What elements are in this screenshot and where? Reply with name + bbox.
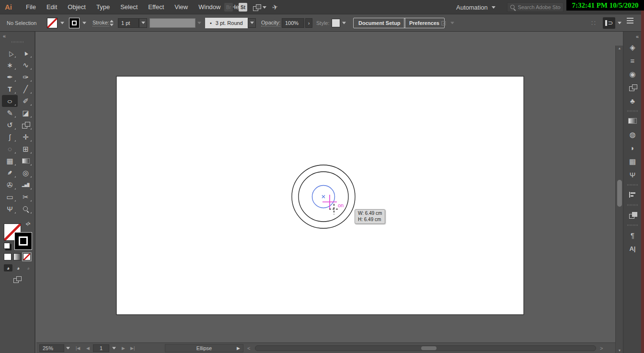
eyedropper-tool[interactable]: ✒ (2, 167, 18, 179)
rocket-icon[interactable]: ✈ (271, 3, 278, 12)
lasso-tool[interactable]: ∿ (18, 59, 34, 71)
shaper-tool[interactable]: ʃ (2, 131, 18, 143)
stock-search-field[interactable]: Search Adobe Stock (507, 2, 564, 12)
document-setup-button[interactable]: Document Setup (353, 18, 405, 28)
vertical-scrollbar[interactable]: ▲ ▼ (615, 46, 623, 353)
opacity-more-button[interactable]: › (305, 18, 312, 28)
panel-grip[interactable] (12, 41, 24, 43)
brush-definition-field[interactable]: • 3 pt. Round (205, 18, 248, 28)
pen-tool[interactable]: ✒ (2, 71, 18, 83)
draw-behind-button[interactable]: ◕ (14, 264, 23, 271)
scroll-down-icon[interactable]: ▼ (616, 349, 623, 352)
last-artboard-button[interactable]: ▶| (130, 346, 135, 351)
chevron-down-icon[interactable] (82, 22, 86, 24)
menu-item-effect[interactable]: Effect (143, 3, 169, 11)
hand-panel-icon[interactable]: Ψ (623, 168, 642, 181)
draw-inside-button[interactable]: ◕ (24, 264, 33, 271)
slice-tool[interactable]: ✂ (18, 191, 34, 203)
scroll-right-icon[interactable]: > (600, 345, 603, 351)
scroll-left-icon[interactable]: < (247, 345, 250, 351)
preferences-button[interactable]: Preferences (404, 18, 445, 28)
line-segment-tool[interactable]: ╱ (18, 83, 34, 95)
app-logo-icon[interactable]: Ai (5, 3, 12, 11)
scale-tool[interactable] (18, 119, 34, 131)
gradient-button[interactable] (13, 253, 21, 260)
stroke-weight-dropdown[interactable] (139, 18, 147, 28)
symbol-sprayer-tool[interactable]: ✇ (2, 179, 18, 191)
fill-swatch[interactable] (47, 18, 58, 28)
artboards-panel-icon[interactable] (623, 81, 642, 94)
prev-artboard-button[interactable]: ◀ (86, 346, 90, 351)
gradient-panel-icon[interactable] (623, 114, 642, 128)
horizontal-scrollbar[interactable] (255, 345, 596, 351)
shape-builder-tool[interactable]: ◌ (2, 143, 18, 155)
stroke-weight-field[interactable]: 1 pt (118, 18, 139, 28)
menu-item-type[interactable]: Type (91, 3, 115, 11)
character-panel-icon[interactable]: A| (623, 242, 642, 255)
workspace-switcher[interactable]: Automation (456, 0, 495, 14)
screen-mode-button[interactable] (13, 276, 21, 282)
stroke-label[interactable]: Stroke: (92, 20, 109, 26)
draw-normal-button[interactable]: ◕ (4, 264, 12, 271)
zoom-dropdown-icon[interactable] (66, 347, 70, 349)
properties-panel-icon[interactable]: ≡ (623, 54, 642, 67)
blend-tool[interactable]: ◎ (18, 167, 34, 179)
stroke-weight-stepper[interactable] (110, 20, 114, 26)
swatches-panel-icon[interactable]: ▦ (623, 154, 642, 168)
opacity-field[interactable]: 100% (282, 18, 304, 28)
chevron-down-icon[interactable] (60, 22, 64, 24)
bridge-icon[interactable]: Br (224, 3, 233, 12)
direct-selection-tool[interactable]: ▲ (18, 47, 34, 59)
collapse-panel-icon[interactable]: « (3, 33, 5, 39)
none-button[interactable] (23, 253, 31, 260)
color-guide-panel-icon[interactable]: ◗ (623, 141, 642, 154)
vertical-scroll-thumb[interactable] (617, 180, 622, 207)
artboard-dropdown-icon[interactable] (112, 347, 116, 349)
arrange-documents-button[interactable] (253, 4, 266, 11)
artboard-canvas[interactable]: on (36, 46, 615, 342)
color-button[interactable] (4, 253, 12, 260)
artboard-number-field[interactable]: 1 (93, 344, 109, 352)
hand-tool[interactable]: Ψ (2, 203, 18, 215)
chevron-down-icon[interactable] (342, 22, 346, 24)
layers-panel-icon[interactable]: ◈ (623, 40, 642, 54)
type-tool[interactable]: T (2, 83, 18, 95)
swap-fill-stroke-icon[interactable]: ⇆ (24, 220, 32, 228)
stroke-swatch[interactable] (69, 18, 80, 28)
column-graph-tool[interactable]: ▂▅█ (18, 179, 34, 191)
puppet-warp-tool[interactable]: ✛ (18, 131, 34, 143)
status-expand-icon[interactable]: ▶ (237, 346, 240, 351)
mesh-tool[interactable]: ▦ (2, 155, 18, 167)
align-panel-icon[interactable] (623, 188, 642, 201)
artboard-tool[interactable]: ▭ (2, 191, 18, 203)
chevron-down-icon[interactable] (618, 22, 621, 24)
pencil-tool[interactable]: ✎ (2, 107, 18, 119)
scroll-up-icon[interactable]: ▲ (616, 47, 623, 50)
menu-item-select[interactable]: Select (115, 3, 143, 11)
brush-dropdown[interactable] (248, 18, 256, 28)
menu-item-file[interactable]: File (21, 3, 41, 11)
color-palette-panel-icon[interactable]: ◍ (623, 128, 642, 141)
color-panel-icon[interactable]: ◉ (623, 67, 642, 81)
grid-icon[interactable]: ∷ (591, 19, 596, 27)
horizontal-scroll-thumb[interactable] (421, 346, 437, 350)
symbols-panel-icon[interactable]: ♣ (623, 94, 642, 107)
rotate-tool[interactable]: ↺ (2, 119, 18, 131)
zoom-tool[interactable] (18, 203, 34, 215)
default-fill-stroke-icon[interactable] (4, 243, 10, 249)
menu-item-view[interactable]: View (169, 3, 193, 11)
pathfinder-panel-icon[interactable] (623, 208, 642, 222)
style-swatch[interactable] (332, 19, 340, 27)
magic-wand-tool[interactable]: ∗ (2, 59, 18, 71)
next-artboard-button[interactable]: ▶ (122, 346, 125, 351)
menu-item-object[interactable]: Object (62, 3, 91, 11)
zoom-level-field[interactable]: 25% (39, 344, 64, 352)
opacity-label[interactable]: Opacity: (261, 20, 280, 26)
eraser-tool[interactable]: ◪ (18, 107, 34, 119)
perspective-grid-tool[interactable]: ⊞ (18, 143, 34, 155)
paintbrush-tool[interactable]: ✐ (18, 95, 34, 107)
menu-item-window[interactable]: Window (193, 3, 226, 11)
menu-item-edit[interactable]: Edit (41, 3, 62, 11)
stroke-swatch[interactable] (14, 232, 32, 250)
stock-icon[interactable]: St (239, 3, 247, 12)
